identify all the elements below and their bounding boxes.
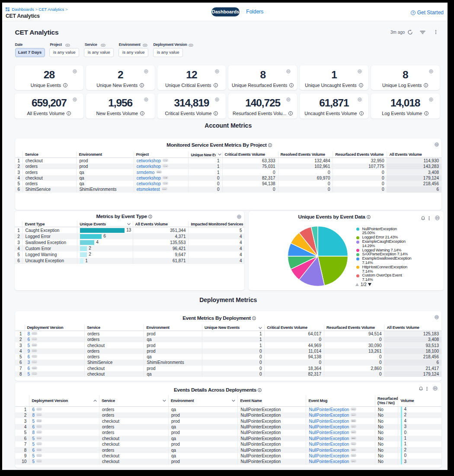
svg-text:?: ? xyxy=(412,11,414,14)
